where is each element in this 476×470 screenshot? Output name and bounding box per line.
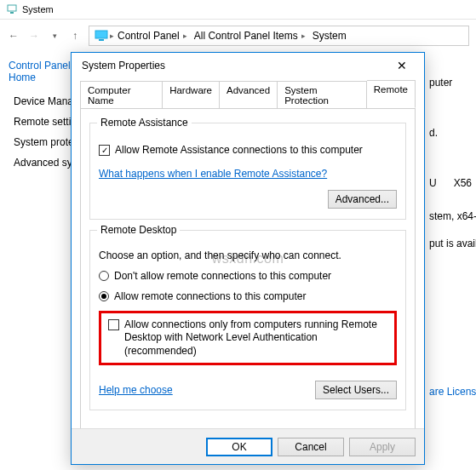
dialog-footer: OK Cancel Apply [72, 428, 424, 464]
svg-rect-0 [8, 5, 16, 11]
radio-icon [99, 291, 109, 301]
tab-row: Computer Name Hardware Advanced System P… [80, 80, 416, 108]
tab-computer-name[interactable]: Computer Name [80, 81, 163, 109]
dialog-titlebar[interactable]: System Properties ✕ [72, 53, 424, 78]
tab-advanced[interactable]: Advanced [220, 81, 278, 109]
window-title: System [22, 4, 54, 14]
help-me-choose-link[interactable]: Help me choose [99, 384, 173, 396]
radio-icon [99, 271, 109, 281]
tab-system-protection[interactable]: System Protection [278, 81, 367, 109]
chevron-right-icon: ▸ [301, 32, 306, 40]
select-users-button[interactable]: Select Users... [315, 381, 397, 399]
recent-dropdown[interactable]: ▾ [48, 29, 61, 43]
apply-button[interactable]: Apply [349, 438, 416, 456]
checkbox-icon [99, 145, 110, 156]
crumb-item[interactable]: Control Panel▸ [114, 30, 191, 42]
monitor-icon [7, 4, 17, 14]
checkbox-icon [108, 319, 119, 330]
allow-remote-radio[interactable]: Allow remote connections to this compute… [99, 290, 397, 302]
radio-label: Allow remote connections to this compute… [114, 290, 306, 302]
svg-rect-3 [99, 39, 104, 41]
back-button[interactable]: ← [7, 29, 20, 43]
allow-remote-assistance-checkbox[interactable]: Allow Remote Assistance connections to t… [99, 144, 397, 158]
monitor-icon [93, 27, 110, 44]
chevron-right-icon: ▸ [183, 32, 187, 40]
close-button[interactable]: ✕ [385, 54, 419, 77]
cropped-info: puter d. UX56 stem, x64-b put is availa … [429, 77, 476, 413]
svg-rect-1 [10, 12, 14, 14]
highlight-annotation: Allow connections only from computers ru… [99, 311, 397, 366]
svg-rect-2 [95, 31, 107, 38]
address-bar: ← → ▾ ↑ ▸ Control Panel▸ All Control Pan… [0, 20, 476, 52]
cancel-button[interactable]: Cancel [278, 438, 344, 456]
advanced-button[interactable]: Advanced... [328, 190, 397, 209]
tab-remote[interactable]: Remote [367, 80, 416, 108]
tab-remote-content: Remote Assistance Allow Remote Assistanc… [80, 108, 416, 456]
tab-hardware[interactable]: Hardware [163, 81, 220, 109]
nla-checkbox[interactable]: Allow connections only from computers ru… [108, 318, 387, 358]
system-properties-dialog: System Properties ✕ Computer Name Hardwa… [71, 52, 425, 465]
window-titlebar: System [0, 0, 476, 20]
breadcrumb[interactable]: ▸ Control Panel▸ All Control Panel Items… [89, 26, 469, 46]
remote-desktop-group: Remote Desktop Choose an option, and the… [89, 230, 406, 411]
radio-label: Don't allow remote connections to this c… [114, 270, 331, 282]
up-button[interactable]: ↑ [68, 29, 82, 43]
ok-button[interactable]: OK [206, 438, 272, 456]
crumb-item[interactable]: System [309, 30, 350, 42]
forward-button[interactable]: → [27, 29, 41, 43]
crumb-item[interactable]: All Control Panel Items▸ [191, 30, 309, 42]
checkbox-label: Allow connections only from computers ru… [124, 318, 387, 358]
remote-assistance-group: Remote Assistance Allow Remote Assistanc… [89, 123, 406, 220]
what-happens-link[interactable]: What happens when I enable Remote Assist… [99, 168, 327, 180]
deny-remote-radio[interactable]: Don't allow remote connections to this c… [99, 270, 397, 282]
intro-text: Choose an option, and then specify who c… [99, 249, 397, 261]
license-link[interactable]: are License [429, 386, 476, 398]
dialog-title: System Properties [82, 60, 165, 72]
checkbox-label: Allow Remote Assistance connections to t… [115, 144, 363, 158]
group-title: Remote Desktop [97, 224, 180, 236]
group-title: Remote Assistance [97, 117, 192, 129]
